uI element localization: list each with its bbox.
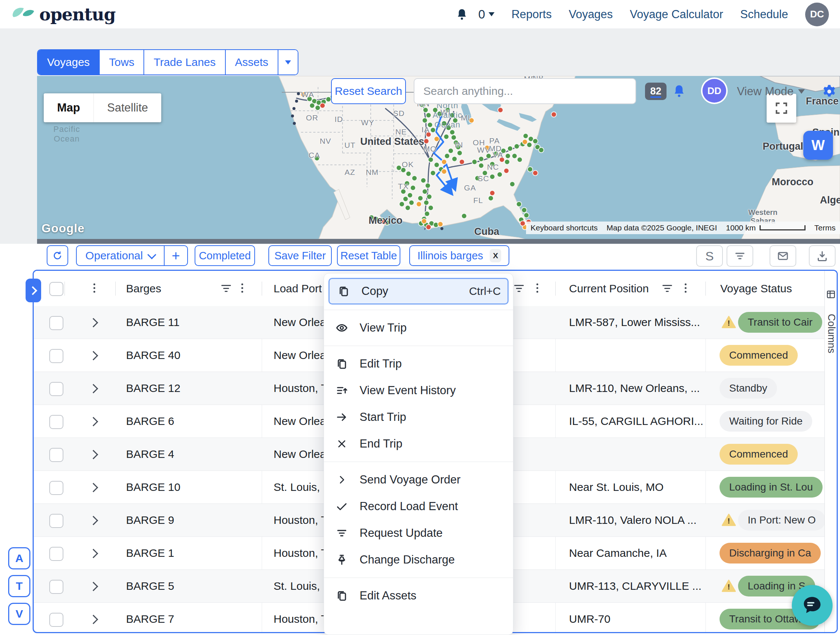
vessel-marker[interactable]: [507, 146, 513, 151]
vessel-marker[interactable]: [452, 156, 457, 162]
nav-link-schedule[interactable]: Schedule: [740, 8, 788, 21]
vessel-marker[interactable]: [428, 122, 433, 128]
clear-filter-icon[interactable]: X: [490, 249, 501, 262]
keyboard-shortcuts-link[interactable]: Keyboard shortcuts: [526, 222, 602, 234]
saved-filter-dropdown[interactable]: Operational: [77, 246, 164, 265]
vessel-marker[interactable]: [512, 153, 517, 159]
column-menu-icon[interactable]: [93, 284, 96, 293]
vessel-marker[interactable]: [422, 189, 428, 194]
vessel-marker[interactable]: [522, 139, 527, 145]
row-expand-chevron-icon[interactable]: [88, 450, 98, 459]
vessel-marker[interactable]: [430, 170, 436, 176]
column-header-current-position[interactable]: Current Position: [569, 271, 649, 306]
vessel-marker[interactable]: [456, 145, 461, 150]
vessel-marker[interactable]: [461, 213, 467, 219]
row-checkbox[interactable]: [49, 448, 63, 462]
vessel-marker[interactable]: [551, 112, 556, 117]
vessel-marker[interactable]: [418, 195, 423, 201]
vessel-marker[interactable]: [422, 118, 428, 123]
vessel-marker[interactable]: [459, 159, 464, 164]
vessel-marker[interactable]: [450, 113, 455, 118]
row-checkbox[interactable]: [49, 613, 63, 627]
vessel-marker[interactable]: [320, 103, 325, 108]
row-expand-chevron-icon[interactable]: [88, 483, 98, 492]
vessel-marker[interactable]: [527, 167, 533, 172]
vessel-marker[interactable]: [451, 135, 456, 140]
vessel-marker[interactable]: [425, 211, 429, 216]
completed-button[interactable]: Completed: [194, 245, 255, 266]
vessel-marker[interactable]: [444, 134, 449, 139]
vessel-marker[interactable]: [426, 225, 431, 230]
vessel-marker[interactable]: [505, 153, 510, 159]
workspace-avatar[interactable]: DD: [703, 79, 726, 102]
menu-item-edit-assets[interactable]: Edit Assets: [324, 582, 513, 609]
tab-tows[interactable]: Tows: [99, 50, 144, 74]
toolbar-currency-icon[interactable]: S: [696, 245, 723, 267]
columns-side-panel[interactable]: Columns: [824, 271, 837, 632]
vessel-marker[interactable]: [426, 113, 431, 118]
vessel-marker[interactable]: [314, 156, 319, 161]
vessel-marker[interactable]: [423, 107, 428, 113]
vessel-marker[interactable]: [520, 221, 525, 226]
vessel-marker[interactable]: [442, 159, 447, 164]
vessel-marker[interactable]: [407, 193, 412, 198]
vessel-marker[interactable]: [524, 213, 529, 218]
vessel-marker[interactable]: [442, 169, 447, 174]
vessel-marker[interactable]: [434, 162, 439, 167]
vessel-marker[interactable]: [517, 157, 522, 162]
vessel-marker[interactable]: [404, 181, 410, 186]
vessel-marker[interactable]: [445, 107, 450, 113]
vessel-marker[interactable]: [406, 171, 411, 176]
map-type-satellite[interactable]: Satellite: [94, 93, 161, 122]
vessel-marker[interactable]: [444, 153, 450, 159]
menu-item-view-event-history[interactable]: View Event History: [324, 377, 513, 404]
row-expand-chevron-icon[interactable]: [88, 615, 98, 624]
row-checkbox[interactable]: [49, 580, 63, 594]
row-expand-chevron-icon[interactable]: [88, 384, 98, 393]
vessel-marker[interactable]: [424, 139, 429, 144]
expand-side-panel-button[interactable]: [25, 279, 41, 302]
column-header-voyage-status[interactable]: Voyage Status: [720, 271, 792, 306]
vessel-marker[interactable]: [523, 133, 528, 139]
vessel-marker[interactable]: [428, 205, 433, 210]
vessel-marker[interactable]: [450, 130, 455, 135]
settings-gear-icon[interactable]: [821, 83, 838, 101]
vessel-marker[interactable]: [448, 148, 453, 153]
vessel-marker[interactable]: [401, 189, 406, 194]
vessel-marker[interactable]: [478, 163, 484, 168]
vessel-marker[interactable]: [533, 170, 538, 176]
vessel-marker[interactable]: [434, 136, 439, 142]
vessel-marker[interactable]: [538, 147, 544, 153]
vessel-marker[interactable]: [501, 148, 506, 153]
vessel-marker[interactable]: [309, 103, 315, 108]
menu-item-request-update[interactable]: Request Update: [324, 520, 513, 547]
vessel-marker[interactable]: [442, 121, 447, 126]
vessel-marker[interactable]: [433, 107, 438, 113]
vessel-marker[interactable]: [441, 227, 443, 230]
vessel-marker[interactable]: [490, 191, 495, 195]
vessel-marker[interactable]: [295, 100, 298, 102]
vessel-marker[interactable]: [486, 153, 491, 159]
search-input[interactable]: [414, 78, 636, 104]
row-checkbox[interactable]: [49, 316, 63, 330]
vessel-marker[interactable]: [293, 122, 296, 125]
vessel-marker[interactable]: [411, 185, 415, 191]
reset-table-button[interactable]: Reset Table: [337, 245, 400, 266]
bell-icon[interactable]: [455, 7, 469, 22]
vessel-marker[interactable]: [510, 181, 515, 187]
column-header-barges[interactable]: Barges: [126, 271, 161, 306]
quick-button-v[interactable]: V: [8, 603, 30, 625]
row-checkbox[interactable]: [49, 382, 63, 396]
vessel-marker[interactable]: [292, 107, 295, 110]
vessel-marker[interactable]: [421, 178, 426, 183]
save-filter-button[interactable]: Save Filter: [268, 245, 332, 266]
vessel-marker[interactable]: [405, 205, 411, 210]
user-avatar[interactable]: DC: [805, 3, 829, 26]
column-menu-icon[interactable]: [537, 284, 538, 293]
brand-logo[interactable]: opentug: [11, 5, 115, 24]
reset-search-button[interactable]: Reset Search: [331, 78, 406, 104]
menu-item-send-voyage-order[interactable]: Send Voyage Order: [324, 466, 513, 493]
vessel-marker[interactable]: [469, 118, 474, 123]
vessel-marker[interactable]: [438, 222, 443, 227]
nav-link-voyage-calculator[interactable]: Voyage Calculator: [630, 8, 723, 21]
